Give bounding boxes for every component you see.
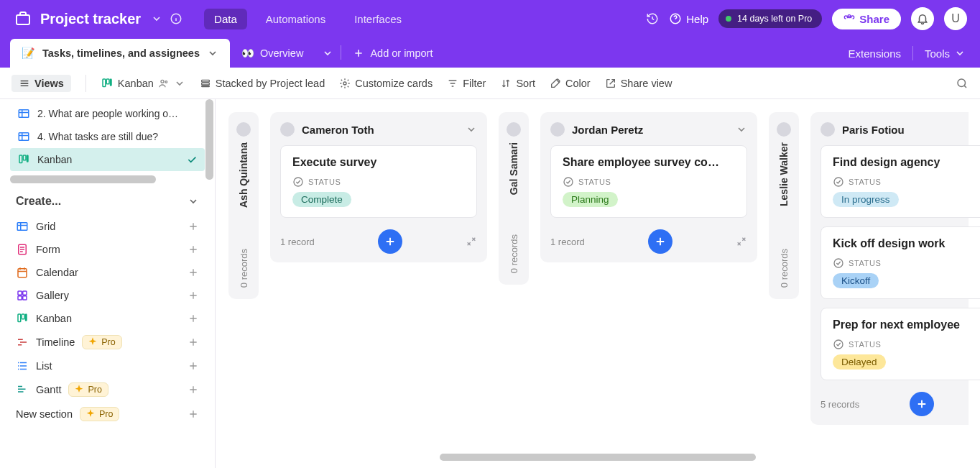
view-type-kanban[interactable]: Kanban: [101, 77, 185, 90]
svg-point-12: [343, 82, 346, 85]
create-grid[interactable]: Grid: [10, 215, 205, 238]
create-label: Create...: [16, 195, 61, 208]
customize-label: Customize cards: [355, 78, 433, 89]
create-calendar[interactable]: Calendar: [10, 261, 205, 284]
table-tab-chevron[interactable]: [315, 39, 341, 68]
views-toggle-button[interactable]: Views: [11, 75, 71, 92]
nav-data[interactable]: Data: [204, 9, 247, 29]
sidebar-scrollbar-y[interactable]: [205, 99, 213, 180]
check-icon: [186, 154, 198, 165]
create-gantt[interactable]: Gantt Pro: [10, 377, 205, 402]
plus-icon[interactable]: [188, 360, 199, 372]
plus-icon[interactable]: [188, 313, 199, 324]
kanban-card[interactable]: Find design agency STATUS In progress: [820, 145, 980, 218]
add-record-button[interactable]: [378, 229, 402, 254]
plus-icon[interactable]: [188, 336, 199, 348]
color-button[interactable]: Color: [550, 78, 591, 89]
add-record-button[interactable]: [648, 229, 672, 254]
history-icon[interactable]: [646, 12, 659, 25]
extensions-button[interactable]: Extensions: [849, 47, 901, 60]
nav-interfaces[interactable]: Interfaces: [344, 9, 412, 29]
kanban-card[interactable]: Kick off design work STATUS Kickoff: [820, 226, 980, 299]
table-tab-active[interactable]: 📝 Tasks, timelines, and assignees: [10, 39, 230, 68]
create-timeline[interactable]: Timeline Pro: [10, 330, 205, 354]
lane-header[interactable]: Jordan Peretz: [550, 122, 747, 137]
lane-name: Leslie Walker: [778, 142, 790, 206]
pro-label: Pro: [99, 409, 113, 419]
plus-icon[interactable]: [188, 221, 199, 232]
create-list-view[interactable]: List: [10, 354, 205, 377]
nav-automations[interactable]: Automations: [256, 9, 336, 29]
table-tab-overview[interactable]: 👀 Overview: [230, 39, 315, 68]
help-button[interactable]: Help: [669, 12, 708, 25]
add-or-import-button[interactable]: Add or import: [341, 39, 444, 68]
sparkle-icon: [87, 336, 98, 348]
status-icon: [833, 257, 844, 269]
lane-name: Ash Quintana: [238, 142, 249, 208]
info-icon[interactable]: [170, 12, 182, 25]
filter-button[interactable]: Filter: [447, 78, 486, 89]
chevron-down-icon[interactable]: [736, 124, 747, 135]
svg-rect-16: [19, 155, 22, 163]
plus-icon[interactable]: [188, 267, 199, 278]
chevron-down-icon[interactable]: [466, 124, 477, 135]
create-gallery[interactable]: Gallery: [10, 284, 205, 307]
card-title: Prep for next employee: [833, 318, 974, 331]
app-title[interactable]: Project tracker: [40, 11, 141, 27]
lane-header[interactable]: Cameron Toth: [280, 122, 477, 137]
sidebar-scrollbar-x[interactable]: [10, 175, 156, 183]
notifications-button[interactable]: [911, 7, 934, 30]
lane-collapsed-ash[interactable]: Ash Quintana 0 records: [228, 112, 259, 299]
sidebar-create-header[interactable]: Create...: [10, 188, 205, 215]
table-search-button[interactable]: [956, 77, 969, 90]
app-menu-chevron-icon[interactable]: [151, 13, 162, 24]
sort-button[interactable]: Sort: [500, 78, 535, 89]
status-field-label: STATUS: [563, 176, 735, 188]
chevron-down-icon[interactable]: [207, 47, 218, 59]
account-button[interactable]: U: [944, 7, 967, 30]
lane-header[interactable]: Paris Fotiou: [820, 122, 980, 137]
create-new-section[interactable]: New section Pro: [10, 402, 205, 426]
tools-button[interactable]: Tools: [925, 47, 966, 60]
people-icon[interactable]: [158, 78, 170, 89]
collapse-lane-icon[interactable]: [736, 236, 747, 247]
status-label-text: STATUS: [849, 340, 881, 349]
board-scrollbar-x[interactable]: [440, 454, 756, 461]
kanban-card[interactable]: Prep for next employee STATUS Delayed: [820, 308, 980, 380]
base-icon[interactable]: [13, 9, 33, 29]
share-button[interactable]: Share: [832, 9, 901, 29]
stacked-by-button[interactable]: Stacked by Project lead: [200, 78, 325, 89]
svg-rect-22: [18, 291, 22, 295]
plus-icon: [353, 47, 364, 59]
share-view-button[interactable]: Share view: [605, 78, 672, 89]
svg-rect-19: [17, 223, 27, 231]
lane-collapsed-leslie[interactable]: Leslie Walker 0 records: [769, 112, 799, 299]
sidebar-view-item[interactable]: 2. What are people working o…: [10, 102, 205, 125]
lane-collapsed-gal[interactable]: Gal Samari 0 records: [499, 112, 529, 285]
svg-rect-10: [202, 83, 210, 85]
sidebar-view-item-selected[interactable]: Kanban: [10, 148, 205, 171]
customize-cards-button[interactable]: Customize cards: [339, 78, 433, 89]
create-kanban[interactable]: Kanban: [10, 307, 205, 330]
card-title: Execute survey: [292, 156, 465, 169]
plus-icon[interactable]: [188, 290, 199, 301]
add-record-button[interactable]: [910, 392, 934, 416]
lane-footer: 1 record: [280, 229, 477, 254]
plus-icon[interactable]: [188, 384, 199, 395]
create-form[interactable]: Form: [10, 238, 205, 261]
svg-point-31: [834, 178, 843, 186]
share-label: Share: [859, 13, 889, 25]
table-tab-label: Tasks, timelines, and assignees: [42, 47, 200, 59]
chevron-down-icon[interactable]: [174, 78, 185, 89]
sidebar-view-item[interactable]: 4. What tasks are still due?: [10, 125, 205, 148]
trial-pill[interactable]: 14 days left on Pro: [718, 9, 822, 28]
lane-name: Jordan Peretz: [572, 124, 729, 136]
kanban-card[interactable]: Execute survey STATUS Complete: [280, 145, 477, 218]
kanban-card[interactable]: Share employee survey co… STATUS Plannin…: [550, 145, 747, 218]
sort-icon: [500, 78, 512, 89]
plus-icon[interactable]: [188, 408, 199, 420]
trial-status-dot-icon: [726, 16, 731, 22]
collapse-lane-icon[interactable]: [466, 236, 477, 247]
svg-rect-27: [22, 314, 24, 319]
plus-icon[interactable]: [188, 244, 199, 255]
